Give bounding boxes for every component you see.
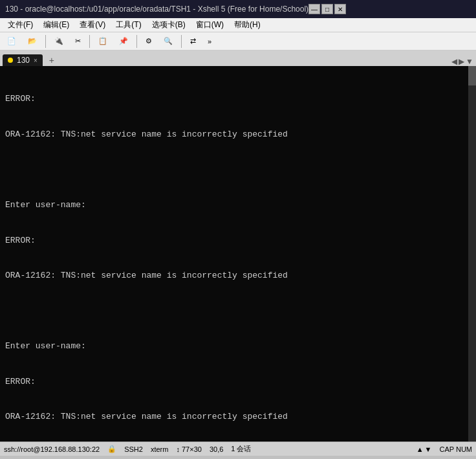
terminal-output: ERROR: ORA-12162: TNS:net service name i… [5, 70, 471, 442]
terminal-line-3: Enter user-name: [5, 199, 471, 211]
terminal-line-5: ORA-12162: TNS:net service name is incor… [5, 270, 471, 282]
status-protocol: SSH2 [124, 445, 143, 453]
terminal-line-0: ERROR: [5, 93, 471, 105]
menu-file[interactable]: 文件(F) [3, 18, 38, 32]
status-arrow-up[interactable]: ▲ [416, 445, 424, 453]
status-size-icon: ↕ [176, 445, 180, 453]
status-size: ↕ 77×30 [176, 445, 201, 453]
menu-edit[interactable]: 编辑(E) [38, 18, 74, 32]
tab-indicator [8, 58, 13, 63]
toolbar-sep4 [181, 35, 182, 48]
status-scroll-arrows: ▲ ▼ [416, 445, 432, 453]
toolbar-search[interactable]: 🔍 [159, 35, 177, 47]
close-button[interactable]: ✕ [334, 4, 346, 14]
terminal-line-2 [5, 164, 471, 176]
terminal[interactable]: ERROR: ORA-12162: TNS:net service name i… [0, 66, 476, 442]
status-position: 30,6 [210, 445, 223, 453]
tab-arrow-right[interactable]: ▶ [459, 57, 464, 66]
status-ssh-host: ssh://root@192.168.88.130:22 [4, 445, 100, 453]
toolbar-disconnect[interactable]: ✂ [70, 35, 85, 47]
status-caps-num: CAP NUM [439, 445, 472, 453]
toolbar-new[interactable]: 📄 [3, 35, 21, 47]
toolbar-open[interactable]: 📂 [23, 35, 41, 47]
new-tab-button[interactable]: + [45, 54, 58, 66]
toolbar-settings[interactable]: ⚙ [141, 35, 157, 47]
toolbar-more[interactable]: » [203, 36, 216, 47]
toolbar-sep3 [136, 35, 137, 48]
terminal-line-9: ORA-12162: TNS:net service name is incor… [5, 411, 471, 423]
toolbar-connect[interactable]: 🔌 [50, 35, 68, 47]
toolbar-sep2 [89, 35, 90, 48]
tab-menu[interactable]: ▼ [466, 57, 473, 66]
toolbar-sep1 [45, 35, 46, 48]
menu-bar: 文件(F) 编辑(E) 查看(V) 工具(T) 选项卡(B) 窗口(W) 帮助(… [0, 18, 476, 32]
toolbar-copy[interactable]: 📋 [94, 35, 112, 47]
status-arrow-down[interactable]: ▼ [425, 445, 432, 453]
title-bar-text: 130 - oracle@localhost:/u01/app/oracle/o… [5, 5, 308, 14]
terminal-scrollbar[interactable] [468, 66, 476, 442]
maximize-button[interactable]: □ [321, 4, 333, 14]
tab-label: 130 [17, 56, 30, 65]
tab-bar: 130 × + ◀ ▶ ▼ [0, 50, 476, 66]
menu-view[interactable]: 查看(V) [74, 18, 111, 32]
status-terminal: xterm [151, 445, 169, 453]
tab-scroll-arrows: ◀ ▶ ▼ [451, 57, 473, 66]
menu-tabs[interactable]: 选项卡(B) [147, 18, 191, 32]
tab-arrow-left[interactable]: ◀ [451, 57, 457, 66]
window-controls: — □ ✕ [308, 4, 346, 14]
menu-help[interactable]: 帮助(H) [229, 18, 266, 32]
terminal-line-1: ORA-12162: TNS:net service name is incor… [5, 129, 471, 140]
toolbar-transfer[interactable]: ⇄ [186, 35, 200, 47]
toolbar-paste[interactable]: 📌 [114, 35, 133, 47]
menu-tools[interactable]: 工具(T) [111, 18, 146, 32]
terminal-line-7: Enter user-name: [5, 341, 471, 352]
toolbar: 📄 📂 🔌 ✂ 📋 📌 ⚙ 🔍 ⇄ » [0, 32, 476, 50]
tab-130[interactable]: 130 × [3, 54, 43, 66]
status-sessions: 1 会话 [231, 444, 251, 454]
terminal-line-6 [5, 306, 471, 317]
minimize-button[interactable]: — [308, 4, 320, 14]
menu-window[interactable]: 窗口(W) [191, 18, 229, 32]
tab-close-button[interactable]: × [34, 57, 38, 64]
title-bar: 130 - oracle@localhost:/u01/app/oracle/o… [0, 0, 476, 18]
scrollbar-thumb[interactable] [468, 66, 476, 85]
status-bar: ssh://root@192.168.88.130:22 🔒 SSH2 xter… [0, 442, 476, 456]
terminal-line-4: ERROR: [5, 235, 471, 247]
terminal-line-8: ERROR: [5, 376, 471, 388]
